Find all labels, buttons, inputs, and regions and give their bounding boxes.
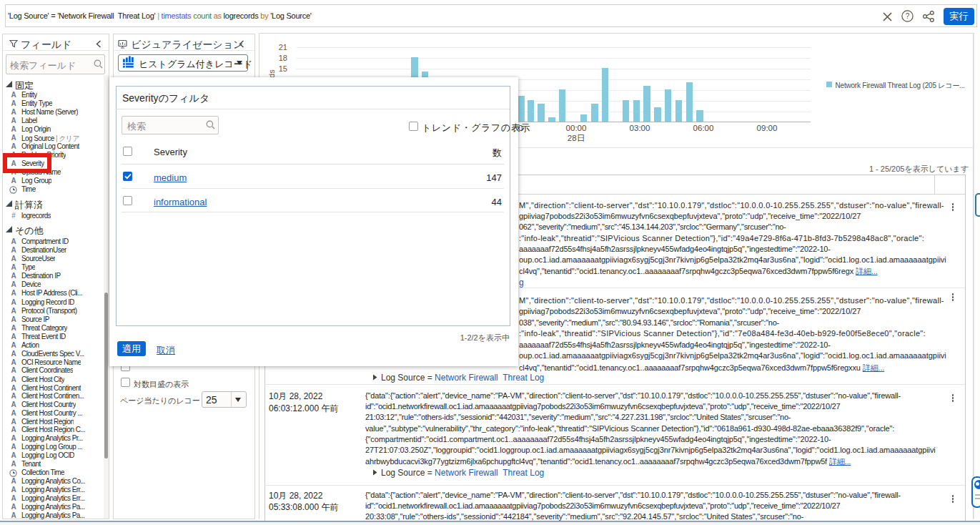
svg-text:?: ? [906,12,910,20]
